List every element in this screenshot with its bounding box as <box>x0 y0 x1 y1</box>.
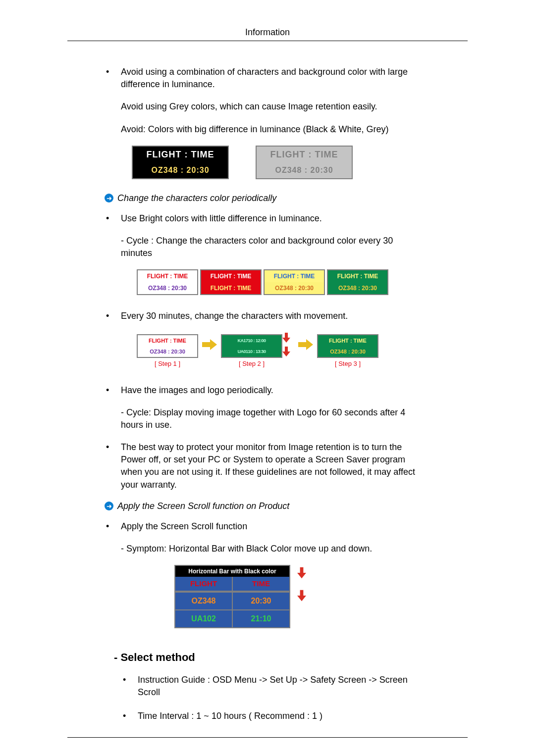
text-best-way: The best way to protect your monitor fro… <box>121 441 423 491</box>
step-panel-row: FLIGHT : TIME <box>138 335 197 346</box>
text-avoid-bw: Avoid: Colors with big difference in lum… <box>121 123 423 136</box>
step-panel-row: FLIGHT : TIME <box>318 335 377 346</box>
illustration-screen-scroll: Horizontal Bar with Black color FLIGHT T… <box>174 565 468 628</box>
scroll-cell: 20:30 <box>233 592 289 609</box>
scroll-row-1: OZ348 20:30 <box>175 592 289 609</box>
cycle-panel-row: OZ348 : 20:30 <box>328 282 387 294</box>
scroll-cell: 21:10 <box>233 609 289 627</box>
cycle-panel-row: FLIGHT : TIME <box>201 282 261 294</box>
illustration-color-cycle: FLIGHT : TIME OZ348 : 20:30 FLIGHT : TIM… <box>137 269 468 295</box>
bullet-apply-scroll: • Apply the Screen Scroll function - Sym… <box>106 520 423 555</box>
bullet-bright-colors: • Use Bright colors with little differen… <box>106 212 423 260</box>
cycle-panel-3: FLIGHT : TIME OZ348 : 20:30 <box>264 269 325 295</box>
cycle-panel-row: FLIGHT : TIME <box>328 270 387 282</box>
bullet-dot: • <box>106 212 121 260</box>
page-header-title: Information <box>67 27 468 41</box>
bullet-movement: • Every 30 minutes, change the character… <box>106 310 423 322</box>
bullet-dot: • <box>123 710 138 722</box>
cycle-panel-row: OZ348 : 20:30 <box>138 282 197 294</box>
svg-marker-2 <box>282 347 290 356</box>
text-apply-scroll: Apply the Screen Scroll function <box>121 520 423 533</box>
text-cycle-logo: - Cycle: Display moving image together w… <box>121 406 423 431</box>
scroll-header-time: TIME <box>233 577 289 592</box>
section-bright-colors: • Use Bright colors with little differen… <box>106 212 423 260</box>
step-1-label: [ Step 1 ] <box>155 360 180 367</box>
text-avoid-luminance: Avoid using a combination of characters … <box>121 66 423 91</box>
bullet-instruction-guide: • Instruction Guide : OSD Menu -> Set Up… <box>123 674 430 699</box>
cycle-panel-row: OZ348 : 20:30 <box>265 282 324 294</box>
text-avoid-grey: Avoid using Grey colors, which can cause… <box>121 101 423 113</box>
step-2-label: [ Step 2 ] <box>239 360 265 367</box>
note-change-color-text: Change the characters color periodically <box>117 193 276 203</box>
panel-black: FLIGHT : TIME OZ348 : 20:30 <box>132 146 229 179</box>
step-panel-row: UA0110 : 13:30 <box>222 346 281 357</box>
note-screen-scroll-text: Apply the Screen Scroll function on Prod… <box>117 501 289 511</box>
bullet-dot: • <box>106 310 121 322</box>
panel-black-header: FLIGHT : TIME <box>133 147 228 162</box>
bullet-dot: • <box>106 384 121 432</box>
step-2: KA1710 : 12:00 UA0110 : 13:30 [ Step 2 ] <box>221 334 282 367</box>
scroll-arrows <box>297 567 306 628</box>
step-3: FLIGHT : TIME OZ348 : 20:30 [ Step 3 ] <box>317 334 378 367</box>
content: • Avoid using a combination of character… <box>67 41 468 738</box>
heading-select-method: - Select method <box>114 651 468 664</box>
illustration-luminance-panels: FLIGHT : TIME OZ348 : 20:30 FLIGHT : TIM… <box>132 146 468 179</box>
scroll-header-flight: FLIGHT <box>175 577 233 592</box>
arrow-right-icon <box>298 339 313 352</box>
page: Information • Avoid using a combination … <box>67 27 468 738</box>
text-instruction-guide: Instruction Guide : OSD Menu -> Set Up -… <box>138 674 430 699</box>
text-bright-colors: Use Bright colors with little difference… <box>121 212 423 225</box>
step-panel-row: OZ348 : 20:30 <box>138 346 197 357</box>
section-apply-scroll: • Apply the Screen Scroll function - Sym… <box>106 520 423 555</box>
note-screen-scroll: ➜ Apply the Screen Scroll function on Pr… <box>105 501 468 511</box>
cycle-panel-row: FLIGHT : TIME <box>201 270 261 282</box>
arrow-circle-icon: ➜ <box>105 194 113 202</box>
scroll-table: Horizontal Bar with Black color FLIGHT T… <box>174 565 290 628</box>
svg-marker-0 <box>202 339 217 350</box>
section-movement: • Every 30 minutes, change the character… <box>106 310 423 322</box>
cycle-panel-row: FLIGHT : TIME <box>138 270 197 282</box>
svg-marker-4 <box>297 567 306 579</box>
arrow-down-icon <box>282 333 290 345</box>
svg-marker-3 <box>298 339 313 350</box>
step-1: FLIGHT : TIME OZ348 : 20:30 [ Step 1 ] <box>137 334 198 367</box>
bullet-dot: • <box>106 66 121 136</box>
scroll-header-row: FLIGHT TIME <box>175 577 289 592</box>
cycle-panel-2: FLIGHT : TIME FLIGHT : TIME <box>200 269 262 295</box>
text-images-logo: Have the images and logo periodically. <box>121 384 423 397</box>
illustration-movement-steps: FLIGHT : TIME OZ348 : 20:30 [ Step 1 ] K… <box>137 333 468 369</box>
text-cycle-30min: - Cycle : Change the characters color an… <box>121 235 423 259</box>
arrow-down-icon <box>297 590 306 604</box>
cycle-panel-4: FLIGHT : TIME OZ348 : 20:30 <box>327 269 388 295</box>
bullet-best-way: • The best way to protect your monitor f… <box>106 441 423 491</box>
step-3-label: [ Step 3 ] <box>335 360 361 367</box>
panel-grey: FLIGHT : TIME OZ348 : 20:30 <box>256 146 353 179</box>
step-panel-row: OZ348 : 20:30 <box>318 346 377 357</box>
text-scroll-symptom: - Symptom: Horizontal Bar with Black Col… <box>121 543 423 555</box>
note-change-color: ➜ Change the characters color periodical… <box>105 193 468 203</box>
svg-marker-1 <box>282 333 290 343</box>
svg-marker-5 <box>297 590 306 602</box>
bullet-time-interval: • Time Interval : 1 ~ 10 hours ( Recomme… <box>123 710 430 722</box>
select-method-bullets: • Instruction Guide : OSD Menu -> Set Up… <box>123 674 430 722</box>
scroll-cell: UA102 <box>175 609 233 627</box>
bullet-avoid-luminance: • Avoid using a combination of character… <box>106 66 423 136</box>
cycle-panel-row: FLIGHT : TIME <box>265 270 324 282</box>
text-time-interval: Time Interval : 1 ~ 10 hours ( Recommend… <box>138 710 430 722</box>
arrow-down-icon <box>282 347 290 358</box>
arrow-down-stack <box>282 333 290 358</box>
cycle-panel-1: FLIGHT : TIME OZ348 : 20:30 <box>137 269 198 295</box>
scroll-row-2: UA102 21:10 <box>175 609 289 627</box>
arrow-right-icon <box>202 339 217 352</box>
step-panel-row: KA1710 : 12:00 <box>222 335 281 346</box>
text-movement: Every 30 minutes, change the characters … <box>121 310 423 322</box>
panel-grey-data: OZ348 : 20:30 <box>257 162 352 178</box>
section-images-logo: • Have the images and logo periodically.… <box>106 384 423 491</box>
footer-rule <box>67 737 468 738</box>
bullet-dot: • <box>106 441 121 491</box>
bullet-dot: • <box>123 674 138 699</box>
section-avoid: • Avoid using a combination of character… <box>106 66 423 136</box>
arrow-down-icon <box>297 567 306 581</box>
bullet-images-logo: • Have the images and logo periodically.… <box>106 384 423 432</box>
panel-grey-header: FLIGHT : TIME <box>257 147 352 162</box>
